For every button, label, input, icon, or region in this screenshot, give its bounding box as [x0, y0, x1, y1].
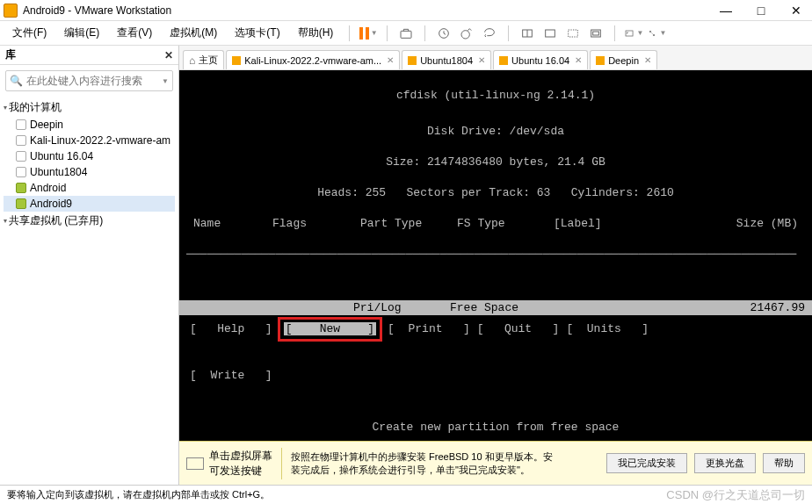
cfdisk-hint: Create new partition from free space — [179, 420, 812, 436]
app-icon — [4, 4, 18, 18]
fullscreen-icon[interactable]: ▼ — [624, 24, 643, 43]
tree-item-android9[interactable]: Android9 — [4, 196, 175, 212]
menu-vm[interactable]: 虚拟机(M) — [163, 24, 224, 42]
vm-console[interactable]: cfdisk (util-linux-ng 2.14.1) Disk Drive… — [179, 70, 812, 441]
keyboard-icon — [186, 457, 204, 470]
close-button[interactable]: ✕ — [784, 4, 808, 18]
tab-close-icon[interactable]: ✕ — [478, 55, 485, 65]
send-keys-icon[interactable] — [396, 24, 416, 43]
snapshot-manager-icon[interactable] — [457, 24, 476, 43]
view-console-icon[interactable] — [586, 24, 605, 43]
content-area: ⌂主页 Kali-Linux-2022.2-vmware-am...✕ Ubun… — [179, 46, 812, 485]
svg-rect-5 — [546, 30, 555, 37]
highlight-new: [ New ] — [278, 317, 382, 342]
install-desc: 按照在物理计算机中的步骤安装 FreeBSD 10 和更早版本。安装完成后，操作… — [291, 450, 555, 477]
tab-ubuntu1604[interactable]: Ubuntu 16.04✕ — [493, 50, 588, 69]
tree-item-kali[interactable]: Kali-Linux-2022.2-vmware-am — [4, 133, 175, 148]
cfdisk-columns: NameFlagsPart TypeFS Type[Label]Size (MB… — [186, 216, 805, 232]
tab-close-icon[interactable]: ✕ — [387, 55, 394, 65]
menu-bar: 文件(F) 编辑(E) 查看(V) 虚拟机(M) 选项卡(T) 帮助(H) ▼ … — [0, 21, 812, 46]
divider: ────────────────────────────────────────… — [186, 247, 805, 263]
maximize-button[interactable]: □ — [749, 4, 773, 18]
cfdisk-drive: Disk Drive: /dev/sda — [186, 124, 805, 140]
svg-point-2 — [461, 30, 469, 38]
fit-icon[interactable]: ▼ — [647, 24, 666, 43]
cfdisk-title: cfdisk (util-linux-ng 2.14.1) — [186, 88, 805, 104]
tree-item-android[interactable]: Android — [4, 180, 175, 196]
sidebar-title: 库 — [5, 47, 16, 62]
menu-help[interactable]: [ Help ] — [188, 321, 274, 337]
menu-quit[interactable]: [ Quit ] — [475, 321, 562, 337]
view-single-icon[interactable] — [518, 24, 537, 43]
menu-edit[interactable]: 编辑(E) — [57, 24, 106, 42]
svg-rect-6 — [569, 30, 578, 37]
search-box[interactable]: 🔍 ▼ — [5, 70, 173, 91]
tab-close-icon[interactable]: ✕ — [575, 55, 582, 65]
menu-new[interactable]: [ New ] — [284, 322, 376, 335]
watermark: CSDN @行之天道总司一切 — [666, 487, 805, 503]
help-button[interactable]: 帮助 — [763, 453, 805, 473]
change-cd-button[interactable]: 更换光盘 — [694, 453, 756, 473]
tree-item-deepin[interactable]: Deepin — [4, 117, 175, 133]
click-hint: 单击虚拟屏幕可发送按键 — [209, 449, 272, 479]
menu-file[interactable]: 文件(F) — [5, 24, 54, 42]
tab-kali[interactable]: Kali-Linux-2022.2-vmware-am...✕ — [226, 50, 400, 69]
done-install-button[interactable]: 我已完成安装 — [606, 453, 687, 473]
menu-write[interactable]: [ Write ] — [188, 368, 274, 384]
tab-ubuntu1804[interactable]: Ubuntu1804✕ — [402, 50, 491, 69]
revert-icon[interactable] — [480, 24, 499, 43]
menu-tabs[interactable]: 选项卡(T) — [228, 24, 286, 42]
cfdisk-geom: Heads: 255 Sectors per Track: 63 Cylinde… — [186, 185, 805, 201]
cfdisk-menu: [ Help ] [ New ] [ Print ] [ Quit ] [ Un… — [179, 291, 812, 399]
pause-icon[interactable]: ▼ — [359, 24, 378, 43]
sidebar-close-button[interactable]: ✕ — [164, 49, 173, 61]
search-dropdown-icon[interactable]: ▼ — [162, 77, 169, 85]
window-controls: — □ ✕ — [714, 4, 808, 18]
status-message: 要将输入定向到该虚拟机，请在虚拟机内部单击或按 Ctrl+G。 — [7, 488, 270, 501]
window-title: Android9 - VMware Workstation — [23, 4, 714, 17]
tree-my-computer[interactable]: 我的计算机 — [4, 98, 175, 117]
search-icon: 🔍 — [10, 75, 23, 87]
cfdisk-size: Size: 21474836480 bytes, 21.4 GB — [186, 155, 805, 170]
sidebar: 库 ✕ 🔍 ▼ 我的计算机 Deepin Kali-Linux-2022.2-v… — [0, 46, 179, 485]
menu-units[interactable]: [ Units ] — [564, 321, 650, 337]
view-thumbnail-icon[interactable] — [563, 24, 583, 43]
tab-home[interactable]: ⌂主页 — [183, 50, 224, 69]
title-bar: Android9 - VMware Workstation — □ ✕ — [0, 0, 812, 21]
menu-view[interactable]: 查看(V) — [110, 24, 159, 42]
tab-close-icon[interactable]: ✕ — [644, 55, 651, 65]
svg-rect-0 — [401, 31, 411, 38]
home-icon: ⌂ — [189, 54, 195, 67]
tree-item-ubuntu1604[interactable]: Ubuntu 16.04 — [4, 148, 175, 164]
status-bar: 要将输入定向到该虚拟机，请在虚拟机内部单击或按 Ctrl+G。 CSDN @行之… — [0, 485, 812, 504]
tree-shared[interactable]: 共享虚拟机 (已弃用) — [4, 212, 175, 230]
tab-bar: ⌂主页 Kali-Linux-2022.2-vmware-am...✕ Ubun… — [179, 46, 812, 70]
tree-item-ubuntu1804[interactable]: Ubuntu1804 — [4, 164, 175, 180]
minimize-button[interactable]: — — [714, 4, 738, 18]
menu-print[interactable]: [ Print ] — [386, 321, 472, 337]
search-input[interactable] — [26, 75, 160, 87]
menu-help[interactable]: 帮助(H) — [291, 24, 341, 42]
snapshot-icon[interactable] — [434, 24, 453, 43]
svg-rect-8 — [593, 32, 599, 35]
tab-deepin[interactable]: Deepin✕ — [590, 50, 657, 69]
view-unity-icon[interactable] — [540, 24, 560, 43]
install-info-bar: 单击虚拟屏幕可发送按键 按照在物理计算机中的步骤安装 FreeBSD 10 和更… — [179, 441, 812, 485]
